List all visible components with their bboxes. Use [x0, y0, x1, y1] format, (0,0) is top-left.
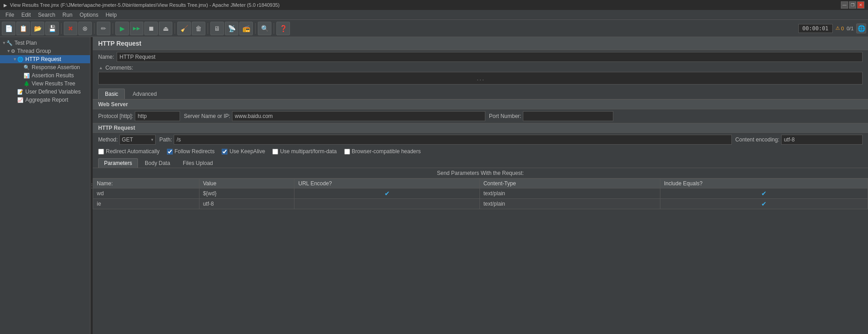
content-inner: Name: ▲ Comments: ⋯ Basic Advanced: [93, 50, 868, 334]
sidebar-item-thread-group[interactable]: ▼ ⚙ Thread Group: [0, 47, 90, 55]
redirect-automatically-checkbox[interactable]: [98, 149, 104, 155]
encoding-input[interactable]: [781, 135, 863, 145]
name-input[interactable]: [117, 52, 863, 62]
checkbox-follow-redirects[interactable]: Follow Redirects: [167, 148, 215, 155]
row1-value: ${wd}: [199, 188, 294, 199]
help-button[interactable]: ❓: [276, 22, 290, 35]
titlebar-icon: ▶: [4, 3, 7, 8]
remote-start-button[interactable]: 🖥: [210, 22, 224, 35]
sidebar-item-user-defined-variables[interactable]: 📝 User Defined Variables: [0, 88, 90, 96]
sidebar-item-http-request[interactable]: ▼ 🌐 HTTP Request: [0, 55, 90, 63]
col-header-content-type: Content-Type: [479, 179, 660, 188]
method-group: Method: GET POST PUT DELETE HEAD OPTIONS…: [98, 135, 156, 145]
tab-basic[interactable]: Basic: [98, 89, 125, 99]
aggregate-report-icon: 📈: [17, 97, 24, 103]
toolbar-separator-7: [274, 23, 274, 34]
toolbar-separator-1: [61, 23, 62, 34]
inner-tab-files-upload[interactable]: Files Upload: [177, 158, 219, 168]
clear-button[interactable]: 🧹: [177, 22, 191, 35]
save-button[interactable]: 💾: [45, 22, 59, 35]
inner-tab-body-data[interactable]: Body Data: [139, 158, 176, 168]
expand-icon-assertion-results: [19, 73, 24, 78]
stop-shutdown-button[interactable]: ⏏: [159, 22, 172, 35]
sidebar-item-label-http-request: HTTP Request: [25, 56, 61, 62]
sidebar-item-assertion-results[interactable]: 📊 Assertion Results: [0, 71, 90, 80]
name-label: Name:: [98, 54, 114, 60]
protocol-input[interactable]: [135, 111, 180, 121]
start-no-pauses-button[interactable]: ▶▶: [130, 22, 143, 35]
start-button[interactable]: ▶: [115, 22, 129, 35]
warning-count: 0: [841, 26, 844, 31]
close-button[interactable]: ✕: [857, 1, 864, 9]
follow-redirects-checkbox[interactable]: [167, 149, 173, 155]
clear-all-button[interactable]: 🗑: [192, 22, 205, 35]
sidebar-item-view-results-tree[interactable]: 🌲 View Results Tree: [0, 80, 90, 88]
menu-help[interactable]: Help: [102, 11, 120, 19]
comments-toggle[interactable]: ▲: [98, 65, 104, 71]
tab-advanced[interactable]: Advanced: [126, 89, 163, 99]
row1-include-equals: ✔: [660, 188, 868, 199]
expand-icon-user-defined: [13, 89, 17, 94]
titlebar: ▶ View Results Tree.jmx (F:\JMeter\apach…: [0, 0, 868, 10]
sidebar-item-label-assertion-results: Assertion Results: [32, 72, 74, 79]
open-button[interactable]: 📂: [31, 22, 44, 35]
checkbox-redirect-automatically[interactable]: Redirect Automatically: [98, 148, 160, 155]
server-input[interactable]: [232, 111, 485, 121]
method-select-wrapper: GET POST PUT DELETE HEAD OPTIONS PATCH: [119, 135, 156, 145]
checkbox-use-keepalive[interactable]: Use KeepAlive: [222, 148, 265, 155]
stop-run-button[interactable]: ⏹: [144, 22, 158, 35]
sidebar-item-response-assertion[interactable]: 🔍 Response Assertion: [0, 63, 90, 71]
new-button[interactable]: 📄: [2, 22, 15, 35]
sidebar-item-aggregate-report[interactable]: 📈 Aggregate Report: [0, 96, 90, 104]
browser-compatible-checkbox[interactable]: [344, 149, 350, 155]
comments-input[interactable]: [98, 72, 863, 85]
col-header-url-encode: URL Encode?: [294, 179, 479, 188]
sidebar-item-test-plan[interactable]: ▼ 🔧 Test Plan: [0, 39, 90, 47]
templates-button[interactable]: 📋: [16, 22, 30, 35]
user-defined-icon: 📝: [17, 89, 24, 95]
titlebar-controls: — ❐ ✕: [841, 1, 864, 9]
globe-button[interactable]: 🌐: [856, 24, 866, 33]
use-multipart-checkbox[interactable]: [272, 149, 278, 155]
path-input[interactable]: [174, 135, 731, 145]
toolbar-separator-2: [94, 23, 95, 34]
col-header-name: Name:: [93, 179, 199, 188]
menu-run[interactable]: Run: [59, 11, 76, 19]
params-table: Name: Value URL Encode? Content-Type Inc…: [93, 179, 868, 209]
checkbox-use-multipart[interactable]: Use multipart/form-data: [272, 148, 337, 155]
menu-options[interactable]: Options: [76, 11, 102, 19]
search-button[interactable]: 🔍: [258, 22, 271, 35]
remote-stop-button[interactable]: 📡: [225, 22, 238, 35]
panel-title-text: HTTP Request: [98, 40, 141, 47]
checkbox-browser-compatible[interactable]: Browser-compatible headers: [344, 148, 421, 155]
minimize-button[interactable]: —: [841, 1, 848, 9]
menu-search[interactable]: Search: [34, 11, 59, 19]
web-server-header: Web Server: [93, 99, 868, 109]
row2-include-equals-check: ✔: [761, 200, 767, 207]
method-select[interactable]: GET POST PUT DELETE HEAD OPTIONS PATCH: [119, 135, 156, 145]
row1-content-type: text/plain: [479, 188, 660, 199]
row2-include-equals: ✔: [660, 199, 868, 209]
row1-name: wd: [93, 188, 199, 199]
warning-icon: ⚠: [835, 25, 840, 31]
row1-url-encode: ✔: [294, 188, 479, 199]
encoding-label: Content encoding:: [735, 136, 779, 143]
row1-include-equals-check: ✔: [761, 190, 767, 197]
remote-exit-button[interactable]: 📻: [239, 22, 253, 35]
menu-file[interactable]: File: [2, 11, 18, 19]
port-input[interactable]: [523, 111, 613, 121]
params-header-text: Send Parameters With the Request:: [437, 170, 524, 176]
redirect-automatically-label: Redirect Automatically: [106, 148, 160, 155]
expand-icon-thread-group: ▼: [6, 49, 11, 53]
stop-button[interactable]: ✖: [64, 22, 77, 35]
inner-tab-parameters[interactable]: Parameters: [98, 158, 138, 168]
expand-icon-aggregate: [13, 98, 17, 102]
menu-edit[interactable]: Edit: [18, 11, 34, 19]
encoding-group: Content encoding:: [735, 135, 863, 145]
use-keepalive-checkbox[interactable]: [222, 149, 228, 155]
http-request-section-label: HTTP Request: [98, 125, 135, 131]
follow-redirects-label: Follow Redirects: [175, 148, 215, 155]
edit-button[interactable]: ✏: [97, 22, 110, 35]
restore-button[interactable]: ❐: [849, 1, 856, 9]
shutdown-button[interactable]: ⊗: [78, 22, 92, 35]
